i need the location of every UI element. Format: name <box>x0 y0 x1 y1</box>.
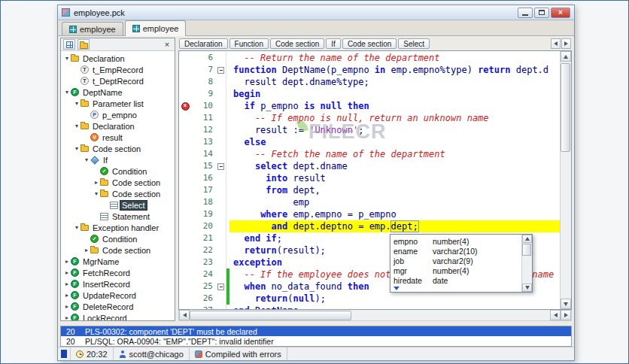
minimize-button[interactable] <box>518 8 533 18</box>
completion-row-mgr[interactable]: mgrnumber(4) <box>390 265 521 275</box>
tree-item-declaration[interactable]: ▾Declaration <box>61 120 175 132</box>
code-line-11[interactable]: 11 -- If empno is null, return an unknow… <box>179 112 560 124</box>
breadcrumb-if[interactable]: If <box>326 38 341 49</box>
tree-item-if[interactable]: ▾If <box>61 154 175 165</box>
tree-item-p-empno[interactable]: Pp_empno <box>61 109 175 120</box>
tree-view-grid-button[interactable] <box>63 39 75 50</box>
tree-item-result[interactable]: Vresult <box>61 132 175 143</box>
expand-icon[interactable]: ▸ <box>63 312 71 320</box>
completion-row-hiredate[interactable]: hiredatedate <box>390 275 521 285</box>
code-line-8[interactable]: 8 result dept.dname%type; <box>179 76 560 88</box>
expand-icon[interactable]: ▸ <box>83 244 90 256</box>
expand-icon[interactable]: ▸ <box>63 290 71 301</box>
expand-icon[interactable]: ▸ <box>93 177 100 188</box>
collapse-icon[interactable]: ▾ <box>93 188 100 199</box>
up-arrow-icon <box>564 55 568 59</box>
code-line-16[interactable]: 16 into result <box>179 172 560 184</box>
scroll-up-button[interactable] <box>561 51 571 62</box>
fold-icon[interactable] <box>217 163 224 170</box>
vertical-scroll-thumb[interactable] <box>561 63 570 152</box>
horizontal-scrollbar[interactable] <box>178 310 572 321</box>
tree-item-updaterecord[interactable]: ▸FUpdateRecord <box>61 290 175 301</box>
collapse-icon[interactable]: ▾ <box>73 98 81 109</box>
code-line-27[interactable]: 27end DeptName; <box>179 305 560 309</box>
tree-item-lockrecord[interactable]: ▸FLockRecord <box>61 312 175 320</box>
breadcrumb-code-section[interactable]: Code section <box>342 38 397 49</box>
collapse-icon[interactable]: ▾ <box>63 86 71 98</box>
error-row[interactable]: 20PL/SQL: ORA-00904: "EMP"."DEPT": inval… <box>61 336 571 346</box>
tab-employee[interactable]: employee <box>125 20 187 36</box>
fold-icon[interactable] <box>217 67 224 74</box>
tree-item-mgrname[interactable]: ▸FMgrName <box>61 256 175 267</box>
breadcrumb-declaration[interactable]: Declaration <box>179 38 228 49</box>
completion-scrollbar[interactable] <box>521 235 532 292</box>
popup-scroll-down-button[interactable] <box>522 284 532 292</box>
completion-column-name: job <box>394 256 433 265</box>
completion-row-empno[interactable]: empnonumber(4) <box>390 236 521 246</box>
scroll-left-button[interactable] <box>550 310 561 320</box>
breadcrumb-select[interactable]: Select <box>398 38 430 49</box>
error-row[interactable]: 20PLS-00302: component 'DEPT' must be de… <box>61 326 571 336</box>
tree-close-button[interactable]: × <box>162 40 172 50</box>
collapse-icon[interactable]: ▾ <box>63 53 71 64</box>
collapse-icon[interactable]: ▾ <box>83 154 90 165</box>
code-line-26[interactable]: 26 return(null); <box>179 293 560 305</box>
collapse-icon[interactable]: ▾ <box>73 143 81 154</box>
tree-item-t-emprecord[interactable]: Tt_EmpRecord <box>61 64 175 75</box>
scroll-crumbs-right-button[interactable] <box>561 38 571 49</box>
tree-item-insertrecord[interactable]: ▸FInsertRecord <box>61 278 175 290</box>
popup-scroll-up-button[interactable] <box>522 235 532 243</box>
code-line-13[interactable]: 13 else <box>179 136 560 148</box>
code-line-12[interactable]: 12 result := 'Unknown'; <box>179 124 560 136</box>
breadcrumb-function[interactable]: Function <box>229 38 269 49</box>
tree-item-code-section[interactable]: ▾Code section <box>61 143 175 154</box>
code-line-9[interactable]: 9begin <box>179 88 560 100</box>
tree-item-fetchrecord[interactable]: ▸FFetchRecord <box>61 267 175 278</box>
tree-item-code-section[interactable]: ▸Code section <box>61 177 175 188</box>
code-line-10[interactable]: ×10 if p_empno is null then <box>179 100 560 112</box>
tree-item-code-section[interactable]: ▸Code section <box>61 244 175 256</box>
code-line-17[interactable]: 17 from dept, <box>179 184 560 196</box>
scroll-down-button[interactable] <box>561 299 571 309</box>
tree-item-code-section[interactable]: ▾Code section <box>61 188 175 199</box>
expand-icon[interactable]: ▸ <box>63 267 71 278</box>
popup-scroll-thumb[interactable] <box>522 244 531 256</box>
vertical-scrollbar[interactable] <box>560 51 571 309</box>
tree-item-condition[interactable]: ✓Condition <box>61 233 175 244</box>
expand-icon[interactable]: ▸ <box>63 256 71 267</box>
collapse-icon[interactable]: ▾ <box>73 222 81 233</box>
breadcrumb-code-section[interactable]: Code section <box>270 38 324 49</box>
completion-row-job[interactable]: jobvarchar2(9) <box>390 256 521 265</box>
tree-item-select[interactable]: Select <box>61 199 175 211</box>
folder-icon <box>81 225 89 231</box>
fold-icon[interactable] <box>217 284 224 290</box>
code-line-18[interactable]: 18 emp <box>179 196 560 208</box>
scroll-right-button[interactable] <box>561 310 571 320</box>
tree-item-exception-handler[interactable]: ▾Exception handler <box>61 222 175 233</box>
code-line-15[interactable]: 15 select dept.dname <box>179 160 560 172</box>
tree-item-parameter-list[interactable]: ▾Parameter list <box>61 98 175 109</box>
code-line-7[interactable]: 7function DeptName(p_empno in emp.empno%… <box>179 64 560 76</box>
tree-view-folder-button[interactable] <box>77 39 90 50</box>
tree-item-deptname[interactable]: ▾FDeptName <box>61 86 175 98</box>
maximize-button[interactable] <box>534 8 549 18</box>
code-line-19[interactable]: 19 where emp.empno = p_empno <box>179 208 560 220</box>
tree-item-declaration[interactable]: ▾Declaration <box>61 53 175 64</box>
code-editor[interactable]: 6 -- Return the name of the department7f… <box>178 50 572 310</box>
close-button[interactable]: × <box>551 8 570 18</box>
tree-item-condition[interactable]: ✓Condition <box>61 165 175 177</box>
scroll-crumbs-left-button[interactable] <box>551 38 561 49</box>
completion-row-ename[interactable]: enamevarchar2(10) <box>390 246 521 256</box>
tree-item-deleterecord[interactable]: ▸FDeleteRecord <box>61 301 175 312</box>
tree-item-statement[interactable]: Statement <box>61 211 175 222</box>
expand-icon[interactable]: ▸ <box>63 278 71 290</box>
scroll-far-left-button[interactable] <box>179 310 190 320</box>
code-line-14[interactable]: 14 -- Fetch the name of the department <box>179 148 560 160</box>
tree-item-t-deptrecord[interactable]: Tt_DeptRecord <box>61 75 175 86</box>
code-line-20[interactable]: 20 and dept.deptno = emp.dept; <box>179 220 560 232</box>
tab-employee[interactable]: employee <box>62 22 123 35</box>
horizontal-scroll-thumb[interactable] <box>190 311 351 320</box>
code-line-6[interactable]: 6 -- Return the name of the department <box>179 52 560 64</box>
expand-icon[interactable]: ▸ <box>63 301 71 312</box>
collapse-icon[interactable]: ▾ <box>73 120 81 132</box>
